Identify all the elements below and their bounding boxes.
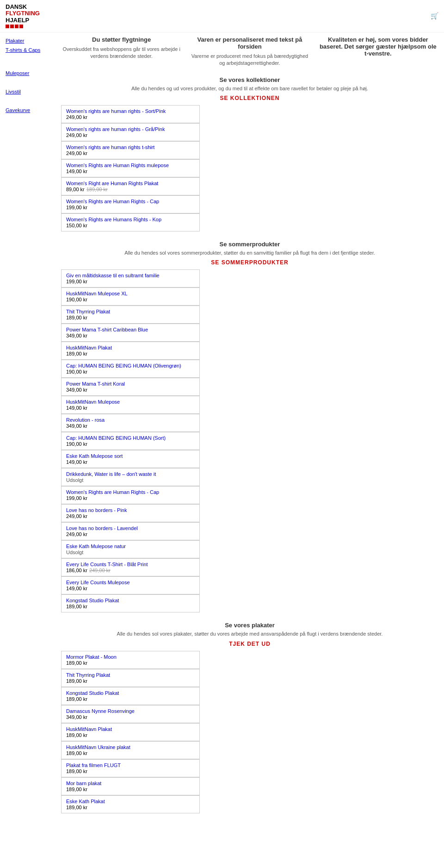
table-row[interactable]: Cap: HUMAN BEING BEING HUMAN (Sort)190,0… xyxy=(61,432,200,450)
sidebar-item-plakater[interactable]: Plakater xyxy=(6,36,50,45)
product-price: 349,00 kr xyxy=(66,333,195,338)
product-price: 149,00 kr xyxy=(66,169,195,174)
table-row[interactable]: Women's Right are Human Rights Plakat89,… xyxy=(61,177,200,195)
table-row[interactable]: Kongstad Studio Plakat189,00 kr xyxy=(61,594,200,612)
logo-line1: DANSK xyxy=(6,4,40,10)
sidebar-item-livsstil[interactable]: Livsstil xyxy=(6,87,50,96)
product-price: 190,00 kr xyxy=(66,441,195,447)
table-row[interactable]: Women's Rights are Human Rights - Cap199… xyxy=(61,195,200,213)
table-row[interactable]: Women's Rights are Human Rights - Cap199… xyxy=(61,486,200,504)
table-row[interactable]: Power Mama T-shirt Koral349,00 kr xyxy=(61,378,200,396)
table-row[interactable]: Women's rights are human rights t-shirt2… xyxy=(61,141,200,159)
product-price: 189,00 kr xyxy=(66,678,195,684)
sidebar-item-muleposer[interactable]: Muleposer xyxy=(6,69,50,78)
table-row[interactable]: Revolution - rosa349,00 kr xyxy=(61,414,200,432)
table-row[interactable]: Plakat fra filmen FLUGT189,00 kr xyxy=(61,759,200,777)
table-row[interactable]: HuskMitNavn Plakat189,00 kr xyxy=(61,723,200,741)
table-row[interactable]: Mor barn plakat189,00 kr xyxy=(61,777,200,795)
table-row[interactable]: Women's Rights are Humans Rights - Kop15… xyxy=(61,213,200,231)
collection-products-list: Women's rights are human rights - Sort/P… xyxy=(61,105,200,231)
product-name: Women's Rights are Human Rights - Cap xyxy=(66,489,195,495)
product-price: 249,00 kr xyxy=(66,513,195,519)
product-name: Eske Kath Mulepose sort xyxy=(66,453,195,459)
table-row[interactable]: Eske Kath Mulepose sort149,00 kr xyxy=(61,450,200,468)
product-price: 149,00 kr xyxy=(66,586,195,591)
logo[interactable]: DANSK FLYGTNING HJAELP xyxy=(6,4,40,28)
table-row[interactable]: Love has no borders - Lavendel249,00 kr xyxy=(61,522,200,540)
product-name: Love has no borders - Lavendel xyxy=(66,525,195,531)
product-price: 189,00 kr xyxy=(66,750,195,756)
product-price: 189,00 kr xyxy=(66,315,195,320)
product-name: Women's Rights are Human Rights - Cap xyxy=(66,199,195,204)
product-name: Thit Thyrring Plakat xyxy=(66,309,195,314)
product-name: Drikkedunk, Water is life – don't waste … xyxy=(66,471,195,477)
product-price: 190,00 kr xyxy=(66,297,195,302)
table-row[interactable]: HuskMitNavn Ukraine plakat189,00 kr xyxy=(61,741,200,759)
product-price: 149,00 kr xyxy=(66,459,195,465)
collections-link[interactable]: SE KOLLEKTIONEN xyxy=(220,95,279,101)
table-row[interactable]: HuskMitNavn Plakat189,00 kr xyxy=(61,342,200,360)
summer-desc: Alle du hendes sol vores sommerprodukter… xyxy=(61,250,438,256)
feature-col-3: Kvaliteten er høj, som vores bidder base… xyxy=(318,36,438,67)
feature-row: Du støtter flygtninge Overskuddet fra we… xyxy=(61,36,438,67)
product-name: Damascus Nynne Rosenvinge xyxy=(66,708,195,714)
product-price: 249,00 kr xyxy=(66,114,195,120)
table-row[interactable]: Love has no borders - Pink249,00 kr xyxy=(61,504,200,522)
product-price: 249,00 kr xyxy=(66,531,195,537)
product-original-price: 189,00 kr xyxy=(86,187,108,192)
product-name: HuskMitNavn Mulepose xyxy=(66,399,195,405)
table-row[interactable]: Kongstad Studio Plakat189,00 kr xyxy=(61,687,200,705)
table-row[interactable]: Thit Thyrring Plakat189,00 kr xyxy=(61,669,200,687)
product-name: Giv en måltidskasse til en sultramt fami… xyxy=(66,273,195,278)
product-price: 149,00 kr xyxy=(66,405,195,411)
table-row[interactable]: Thit Thyrring Plakat189,00 kr xyxy=(61,306,200,324)
product-name: Cap: HUMAN BEING BEING HUMAN (Sort) xyxy=(66,435,195,441)
table-row[interactable]: HuskMitNavn Mulepose XL190,00 kr xyxy=(61,287,200,306)
feature-col-2: Varen er personaliseret med tekst på for… xyxy=(189,36,310,67)
table-row[interactable]: Damascus Nynne Rosenvinge349,00 kr xyxy=(61,705,200,723)
product-price: 189,00 kr xyxy=(66,805,195,810)
product-price: 249,00 kr xyxy=(66,132,195,138)
product-price: 189,00 kr xyxy=(66,660,195,666)
table-row[interactable]: Giv en måltidskasse til en sultramt fami… xyxy=(61,269,200,287)
table-row[interactable]: Eske Kath Mulepose naturUdsolgt xyxy=(61,540,200,558)
product-name: Eske Kath Mulepose natur xyxy=(66,543,195,549)
product-name: Kongstad Studio Plakat xyxy=(66,690,195,696)
table-row[interactable]: Women's Rights are Human Rights mulepose… xyxy=(61,159,200,177)
collections-desc: Alle du hendes og ud vores produkter, og… xyxy=(61,85,438,92)
sidebar-item-tshirts[interactable]: T-shirts & Caps xyxy=(6,45,50,55)
summer-link[interactable]: SE SOMMERPRODUKTER xyxy=(211,259,288,266)
feature-col-1: Du støtter flygtninge Overskuddet fra we… xyxy=(61,36,182,67)
product-name: Every Life Counts T-Shirt - Blåt Print xyxy=(66,562,195,567)
plakater-link[interactable]: TJEK DET UD xyxy=(229,641,271,647)
collections-title: Se vores kollektioner xyxy=(61,76,438,83)
product-original-price: 249,00 kr xyxy=(89,568,111,573)
product-price: 349,00 kr xyxy=(66,387,195,393)
product-name: HuskMitNavn Ukraine plakat xyxy=(66,744,195,750)
table-row[interactable]: Drikkedunk, Water is life – don't waste … xyxy=(61,468,200,486)
table-row[interactable]: Women's rights are human rights - Grå/Pi… xyxy=(61,123,200,141)
product-name: Women's rights are human rights t-shirt xyxy=(66,144,195,150)
plakater-section-header: Se vores plakater Alle du hendes sol vor… xyxy=(61,622,438,647)
table-row[interactable]: HuskMitNavn Mulepose149,00 kr xyxy=(61,396,200,414)
table-row[interactable]: Every Life Counts T-Shirt - Blåt Print18… xyxy=(61,558,200,576)
feature-desc-2: Varerne er produceret med fokus på bæred… xyxy=(189,53,310,67)
product-price: 199,00 kr xyxy=(66,279,195,284)
collections-section-header: Se vores kollektioner Alle du hendes og … xyxy=(61,76,438,101)
table-row[interactable]: Cap: HUMAN BEING BEING HUMAN (Olivengrøn… xyxy=(61,360,200,378)
sidebar-item-gavekurve[interactable]: Gavekurve xyxy=(6,106,50,115)
feature-title-3: Kvaliteten er høj, som vores bidder base… xyxy=(318,36,438,57)
feature-title-2: Varen er personaliseret med tekst på for… xyxy=(189,36,310,50)
table-row[interactable]: Women's rights are human rights - Sort/P… xyxy=(61,105,200,123)
product-name: Plakat fra filmen FLUGT xyxy=(66,762,195,768)
product-name: Women's rights are human rights - Grå/Pi… xyxy=(66,126,195,132)
table-row[interactable]: Eske Kath Plakat189,00 kr xyxy=(61,795,200,813)
table-row[interactable]: Every Life Counts Mulepose149,00 kr xyxy=(61,576,200,594)
product-name: Women's rights are human rights - Sort/P… xyxy=(66,108,195,114)
product-name: Power Mama T-shirt Koral xyxy=(66,381,195,387)
table-row[interactable]: Power Mama T-shirt Caribbean Blue349,00 … xyxy=(61,324,200,342)
product-name: Power Mama T-shirt Caribbean Blue xyxy=(66,327,195,332)
cart-icon[interactable]: 🛒 xyxy=(431,12,438,19)
product-name: Women's Right are Human Rights Plakat xyxy=(66,181,195,186)
table-row[interactable]: Mormor Plakat - Moon189,00 kr xyxy=(61,651,200,669)
